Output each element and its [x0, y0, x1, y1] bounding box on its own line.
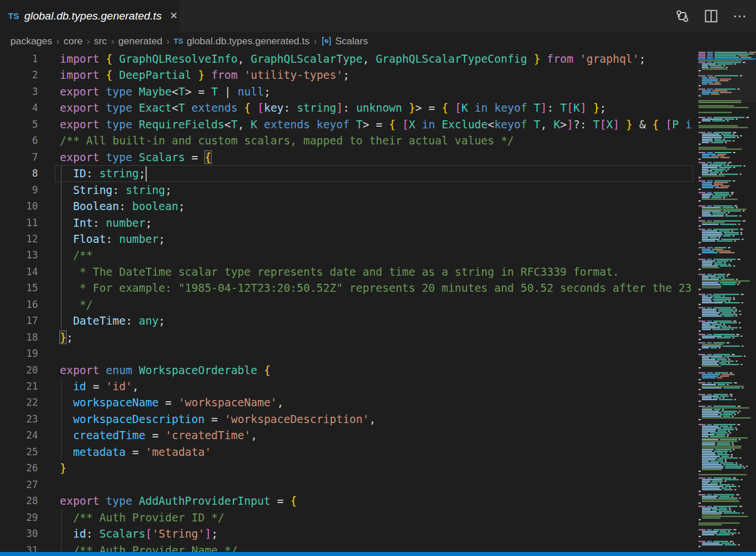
code-line[interactable]: 13 /**	[0, 247, 694, 264]
chevron-right-icon: ›	[87, 36, 90, 47]
code-text: /** Auth Provider Name */	[60, 542, 238, 553]
line-number: 23	[0, 411, 38, 428]
code-text: export type Scalars = {	[60, 149, 211, 166]
code-line[interactable]: 10 Boolean: boolean;	[0, 198, 694, 215]
code-text: workspaceDescription = 'workspaceDescrip…	[60, 411, 376, 428]
code-text: ID: string;	[60, 165, 146, 182]
vscode-window: TS global.db.types.generated.ts ✕	[0, 0, 756, 556]
code-line[interactable]: 16 */	[0, 296, 694, 313]
line-number: 15	[0, 280, 38, 296]
breadcrumb: packages›core›src›generated›TSglobal.db.…	[0, 32, 756, 51]
line-number: 16	[0, 296, 38, 313]
code-line[interactable]: 9 String: string;	[0, 182, 694, 199]
line-number: 4	[0, 100, 38, 116]
code-line[interactable]: 27	[0, 477, 694, 493]
line-number: 18	[0, 329, 38, 346]
code-line[interactable]: 18};	[0, 329, 694, 346]
code-line[interactable]: 17 DateTime: any;	[0, 313, 694, 329]
close-tab-icon[interactable]: ✕	[170, 11, 178, 21]
line-number: 25	[0, 444, 38, 460]
code-text: /** All built-in and custom scalars, map…	[60, 132, 514, 149]
code-line[interactable]: 3export type Maybe<T> = T | null;	[0, 83, 694, 100]
line-number: 26	[0, 460, 38, 477]
breadcrumb-item-packages[interactable]: packages	[10, 36, 52, 47]
code-line[interactable]: 22 workspaceName = 'workspaceName',	[0, 394, 694, 411]
minimap[interactable]	[697, 51, 756, 552]
code-line[interactable]: 15 * For example: "1985-04-12T23:20:50.5…	[0, 280, 694, 296]
code-text: /** Auth Provider ID */	[60, 509, 224, 526]
code-text: * For example: "1985-04-12T23:20:50.52Z"…	[60, 280, 692, 296]
code-text: import { DeepPartial } from 'utility-typ…	[60, 67, 349, 83]
line-number: 13	[0, 247, 38, 264]
code-line[interactable]: 25 metadata = 'metadata'	[0, 444, 694, 460]
code-line[interactable]: 20export enum WorkspaceOrderable {	[0, 362, 694, 379]
code-line[interactable]: 2import { DeepPartial } from 'utility-ty…	[0, 67, 694, 83]
code-line[interactable]: 4export type Exact<T extends { [key: str…	[0, 100, 694, 116]
code-text: metadata = 'metadata'	[60, 444, 211, 460]
breadcrumb-item-scalars[interactable]: Scalars	[335, 36, 368, 47]
code-text: Boolean: boolean;	[60, 198, 185, 215]
line-number: 11	[0, 215, 38, 231]
typescript-file-icon: TS	[174, 37, 184, 45]
tab-bar: TS global.db.types.generated.ts ✕	[0, 0, 756, 32]
tab-title: global.db.types.generated.ts	[24, 10, 162, 22]
code-line[interactable]: 28export type AddAuthProviderInput = {	[0, 493, 694, 509]
breadcrumb-item-src[interactable]: src	[94, 36, 107, 47]
code-area[interactable]: 1import { GraphQLResolveInfo, GraphQLSca…	[0, 51, 694, 552]
breadcrumb-item-global-db-types-generated-ts[interactable]: global.db.types.generated.ts	[186, 36, 310, 47]
open-changes-icon[interactable]	[675, 9, 689, 23]
line-number: 12	[0, 231, 38, 247]
line-number: 27	[0, 477, 38, 493]
code-line[interactable]: 11 Int: number;	[0, 215, 694, 231]
code-line[interactable]: 14 * The DateTime scalar type represents…	[0, 264, 694, 280]
chevron-right-icon: ›	[111, 36, 114, 47]
breadcrumb-item-core[interactable]: core	[63, 36, 82, 47]
line-number: 14	[0, 264, 38, 280]
line-number: 29	[0, 509, 38, 526]
tab-global-db-types[interactable]: TS global.db.types.generated.ts ✕	[0, 0, 180, 32]
chevron-right-icon: ›	[166, 36, 170, 47]
code-line[interactable]: 1import { GraphQLResolveInfo, GraphQLSca…	[0, 51, 694, 67]
code-text: export enum WorkspaceOrderable {	[60, 362, 270, 379]
line-number: 24	[0, 427, 38, 444]
code-text: }	[60, 460, 66, 477]
line-number: 28	[0, 493, 38, 509]
line-number: 7	[0, 149, 38, 166]
line-number: 20	[0, 362, 38, 379]
code-line[interactable]: 6/** All built-in and custom scalars, ma…	[0, 132, 694, 149]
code-text: Int: number;	[60, 215, 152, 231]
line-number: 8	[0, 165, 38, 182]
code-line[interactable]: 21 id = 'id',	[0, 378, 694, 395]
symbol-type-icon	[321, 36, 332, 47]
line-number: 22	[0, 394, 38, 411]
code-text: };	[60, 329, 73, 346]
split-editor-icon[interactable]	[704, 9, 718, 23]
more-actions-icon[interactable]: ⋯	[733, 9, 747, 23]
code-line[interactable]: 7export type Scalars = {	[0, 149, 694, 166]
line-number: 9	[0, 182, 38, 199]
code-line[interactable]: 23 workspaceDescription = 'workspaceDesc…	[0, 411, 694, 428]
line-number: 21	[0, 378, 38, 395]
code-line[interactable]: 31 /** Auth Provider Name */	[0, 542, 694, 553]
line-number: 30	[0, 525, 38, 542]
code-line[interactable]: 5export type RequireFields<T, K extends …	[0, 116, 694, 133]
code-line[interactable]: 29 /** Auth Provider ID */	[0, 509, 694, 526]
minimap-current-line-marker	[697, 58, 756, 60]
code-text: DateTime: any;	[60, 313, 165, 329]
code-text: id = 'id',	[60, 378, 139, 395]
code-line[interactable]: 19	[0, 345, 694, 362]
breadcrumb-item-generated[interactable]: generated	[119, 36, 163, 47]
code-line[interactable]: 30 id: Scalars['String'];	[0, 525, 694, 542]
code-line[interactable]: 26}	[0, 460, 694, 477]
code-text: workspaceName = 'workspaceName',	[60, 394, 284, 411]
line-number: 2	[0, 67, 38, 83]
code-text: export type RequireFields<T, K extends k…	[60, 116, 692, 133]
line-number: 5	[0, 116, 38, 133]
code-line[interactable]: 24 createdTime = 'createdTime',	[0, 427, 694, 444]
code-line[interactable]: 12 Float: number;	[0, 231, 694, 247]
code-line[interactable]: 8 ID: string;	[0, 165, 694, 182]
code-text: export type Exact<T extends { [key: stri…	[60, 100, 606, 116]
editor: 1import { GraphQLResolveInfo, GraphQLSca…	[0, 51, 756, 552]
chevron-right-icon: ›	[56, 36, 60, 47]
code-text: createdTime = 'createdTime',	[60, 427, 257, 444]
